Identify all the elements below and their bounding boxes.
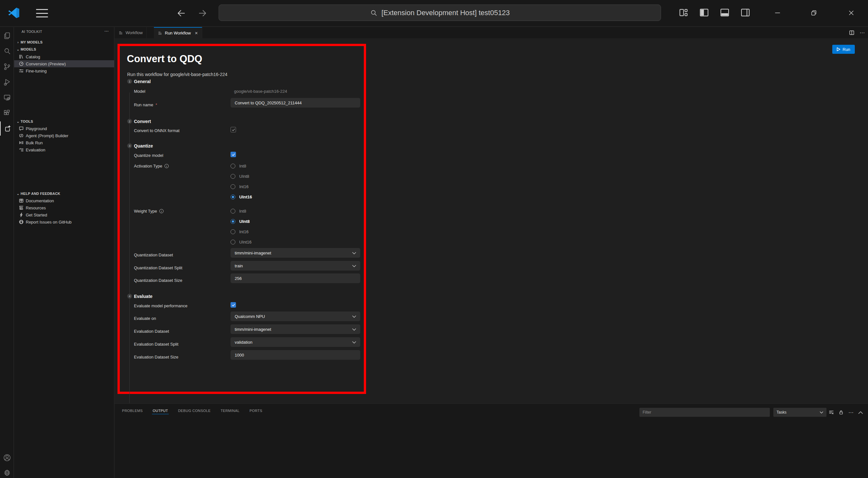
settings-gear-icon[interactable]: [0, 466, 14, 478]
panel-tab-problems[interactable]: PROBLEMS: [121, 408, 143, 414]
radio-icon: [230, 240, 235, 244]
weight-option-uint8[interactable]: UInt8: [230, 219, 250, 224]
clear-output-icon[interactable]: [829, 410, 834, 415]
sidebar-item-bulk-run[interactable]: Bulk Run: [14, 139, 114, 146]
weight-option-uint16[interactable]: UInt16: [230, 240, 251, 244]
evaluate-on-select[interactable]: Qualcomm NPU: [230, 311, 360, 321]
evaluation-dataset-select[interactable]: timm/mini-imagenet: [230, 324, 360, 334]
quantization-dataset-select[interactable]: timm/mini-imagenet: [230, 248, 360, 258]
sidebar-item-conversion[interactable]: Conversion (Preview): [14, 60, 114, 67]
forward-arrow-icon[interactable]: [197, 8, 208, 19]
info-icon[interactable]: i: [164, 164, 169, 168]
panel-more-actions-icon[interactable]: ⋯: [848, 409, 854, 416]
sidebar-item-get-started[interactable]: Get Started: [14, 211, 114, 218]
info-icon[interactable]: i: [159, 209, 163, 213]
command-center-search[interactable]: [Extension Development Host] test05123: [219, 4, 661, 21]
editor-more-actions-icon[interactable]: ⋯: [860, 30, 865, 36]
customize-layout-icon[interactable]: [678, 7, 689, 18]
tab-run-workflow[interactable]: Run Workflow ✕: [154, 27, 202, 38]
tab-workflow[interactable]: Workflow: [115, 27, 147, 38]
section-header-general: General: [134, 79, 151, 84]
search-icon: [370, 9, 378, 17]
explorer-icon[interactable]: [0, 29, 14, 43]
output-filter-input[interactable]: [640, 408, 770, 417]
maximize-panel-icon[interactable]: [858, 411, 863, 414]
panel-tab-output[interactable]: OUTPUT: [152, 408, 169, 414]
weight-type-label: Weight Type i: [134, 209, 163, 214]
quantize-model-checkbox[interactable]: [230, 152, 236, 157]
remote-explorer-icon[interactable]: [0, 91, 14, 105]
quantization-dataset-label: Quantization Dataset: [134, 252, 173, 257]
page-title: Convert to QDQ: [127, 53, 202, 65]
section-models[interactable]: ⌄ MODELS: [14, 46, 114, 53]
sidebar-item-report-issues[interactable]: Report Issues on GitHub: [14, 218, 114, 226]
panel-tab-ports[interactable]: PORTS: [249, 408, 263, 414]
activation-option-int8[interactable]: Int8: [230, 163, 246, 169]
evaluate-on-label: Evaluate on: [134, 316, 156, 321]
activation-option-uint8[interactable]: UInt8: [230, 174, 249, 179]
section-my-models[interactable]: › MY MODELS: [14, 39, 114, 46]
menu-icon[interactable]: [36, 9, 48, 18]
back-arrow-icon[interactable]: [176, 8, 187, 19]
run-all-icon: [19, 140, 24, 145]
source-control-icon[interactable]: [0, 60, 14, 74]
toggle-secondary-sidebar-icon[interactable]: [740, 7, 751, 18]
sidebar-item-documentation[interactable]: Documentation: [14, 197, 114, 204]
more-actions-icon[interactable]: ⋯: [104, 28, 109, 33]
section-help-feedback[interactable]: ⌄ HELP AND FEEDBACK: [14, 190, 114, 197]
split-editor-icon[interactable]: [849, 30, 855, 35]
account-icon[interactable]: [0, 451, 14, 465]
sidebar-title: AI TOOLKIT: [22, 30, 42, 33]
check-icon: [232, 304, 235, 306]
minimize-button[interactable]: [763, 0, 792, 26]
close-tab-icon[interactable]: ✕: [195, 31, 198, 35]
quantization-split-select[interactable]: train: [230, 261, 360, 271]
sidebar-item-playground[interactable]: Playground: [14, 125, 114, 132]
restore-button[interactable]: [799, 0, 828, 26]
evaluation-split-label: Evaluation Dataset Split: [134, 342, 178, 347]
activation-option-int16[interactable]: Int16: [230, 184, 249, 189]
check-icon: [232, 128, 235, 131]
sidebar-item-evaluation[interactable]: Evaluation: [14, 146, 114, 153]
list-icon: [158, 31, 162, 35]
editor-content: Run Convert to QDQ Run this workflow for…: [115, 38, 868, 403]
close-window-button[interactable]: [837, 0, 866, 26]
ai-toolkit-icon[interactable]: [0, 121, 14, 136]
weight-option-int8[interactable]: Int8: [230, 209, 246, 214]
output-channel-select[interactable]: Tasks: [773, 408, 827, 417]
step-badge-3: 3: [127, 143, 132, 148]
section-tools[interactable]: ⌄ TOOLS: [14, 118, 114, 125]
sidebar-item-fine-tuning[interactable]: Fine-tuning: [14, 67, 114, 74]
radio-icon: [230, 163, 235, 169]
search-view-icon[interactable]: [0, 44, 14, 58]
toggle-panel-icon[interactable]: [719, 7, 730, 18]
sidebar-item-catalog[interactable]: Catalog: [14, 53, 114, 60]
sidebar-item-resources[interactable]: Resources: [14, 204, 114, 211]
sidebar-item-agent-builder[interactable]: Agent (Prompt) Builder: [14, 132, 114, 139]
evaluation-split-select[interactable]: validation: [230, 337, 360, 347]
toggle-primary-sidebar-icon[interactable]: [699, 7, 710, 18]
activation-option-uint16[interactable]: UInt16: [230, 195, 252, 199]
radio-icon: [230, 209, 235, 214]
run-debug-icon[interactable]: [0, 75, 14, 89]
page-subtitle: Run this workflow for google/vit-base-pa…: [127, 72, 227, 77]
evaluation-size-input[interactable]: [230, 350, 360, 360]
run-workflow-button[interactable]: Run: [832, 45, 855, 54]
editor-tab-bar: Workflow Run Workflow ✕ ⋯: [115, 27, 868, 38]
convert-onnx-checkbox: [230, 127, 236, 132]
lock-icon[interactable]: [839, 410, 843, 415]
section-header-convert: Convert: [134, 119, 151, 124]
evaluate-performance-checkbox[interactable]: [230, 302, 236, 308]
run-name-input[interactable]: [230, 98, 360, 108]
radio-icon: [230, 184, 235, 189]
step-badge-4: 4: [127, 294, 132, 299]
panel-tab-debug-console[interactable]: DEBUG CONSOLE: [177, 408, 211, 414]
bottom-panel: PROBLEMS OUTPUT DEBUG CONSOLE TERMINAL P…: [115, 403, 868, 478]
gauge-icon: [19, 61, 24, 66]
chevron-down-icon: [352, 314, 356, 319]
extensions-icon[interactable]: [0, 106, 14, 120]
quantization-size-input[interactable]: [230, 273, 360, 283]
weight-option-int16[interactable]: Int16: [230, 229, 249, 234]
evaluate-performance-label: Evaluate model performance: [134, 303, 187, 308]
panel-tab-terminal[interactable]: TERMINAL: [220, 408, 240, 414]
